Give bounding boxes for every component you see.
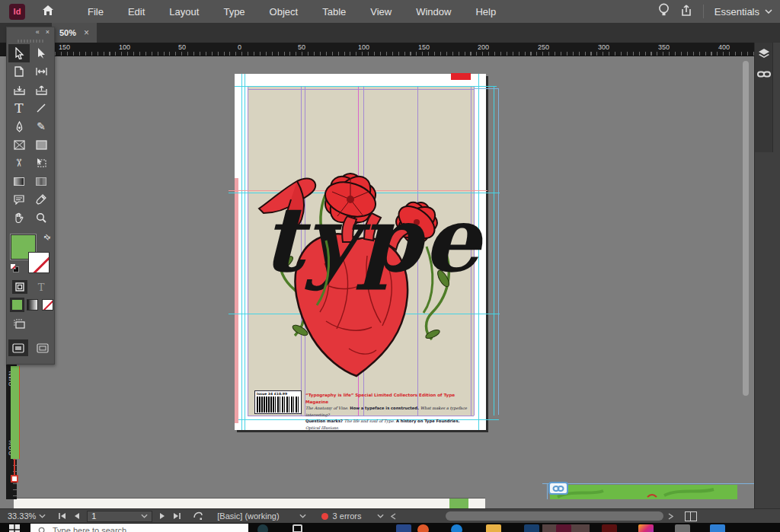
indesign-taskbar-icon[interactable] <box>556 524 571 532</box>
instagram-icon[interactable] <box>638 524 654 532</box>
gradient-feather-tool[interactable] <box>30 172 52 190</box>
barcode-block[interactable]: Issue 34 £10.99 <box>254 390 302 414</box>
menu-items: File Edit Layout Type Object Table View … <box>75 6 508 18</box>
default-fill-stroke-icon[interactable] <box>10 263 19 272</box>
taskbar-app-icon[interactable] <box>396 524 411 532</box>
type-tool[interactable]: T <box>8 99 30 117</box>
heart-flowers-illustration[interactable]: type <box>253 149 486 382</box>
illustrator-icon[interactable] <box>602 524 617 532</box>
swap-fill-stroke-icon[interactable]: ⇄ <box>42 232 53 243</box>
scroll-right-arrow[interactable] <box>668 513 673 520</box>
apply-color-button[interactable] <box>11 299 23 311</box>
scroll-left-arrow[interactable] <box>391 513 396 520</box>
gradient-swatch-tool[interactable] <box>8 172 30 190</box>
format-container-button[interactable] <box>12 280 27 294</box>
link-badge-icon[interactable] <box>548 482 568 495</box>
horizontal-scrollbar-thumb[interactable] <box>446 511 663 521</box>
mail-icon[interactable] <box>710 524 725 532</box>
zoom-level-value[interactable]: 33.33% <box>8 511 36 521</box>
gap-tool[interactable] <box>30 62 52 81</box>
preflight-profile-value[interactable]: [Basic] (working) <box>217 511 279 521</box>
apply-gradient-button[interactable] <box>27 299 38 311</box>
menu-file[interactable]: File <box>75 6 116 18</box>
tagline-line3: Question marks? The life and soul of Typ… <box>305 418 475 431</box>
selection-tool[interactable] <box>8 44 30 62</box>
apply-none-button[interactable] <box>42 299 53 311</box>
next-spread-top-edge[interactable] <box>14 498 485 508</box>
menu-type[interactable]: Type <box>211 6 257 18</box>
chevron-down-icon <box>299 514 306 518</box>
guide <box>248 86 248 416</box>
ruler-label: 150 <box>418 43 430 51</box>
ruler-label: 350 <box>658 43 670 51</box>
learn-bulb-icon[interactable] <box>658 3 670 20</box>
zoom-tool[interactable] <box>30 209 52 227</box>
page-number-field[interactable]: 1 <box>87 511 152 522</box>
next-page-button[interactable] <box>159 512 165 520</box>
direct-selection-tool[interactable] <box>30 44 52 62</box>
panel-close-icon[interactable]: × <box>46 28 50 37</box>
taskbar-app-icon[interactable] <box>675 524 690 532</box>
menu-edit[interactable]: Edit <box>116 6 157 18</box>
vertical-scrollbar[interactable] <box>743 61 749 396</box>
free-transform-tool[interactable] <box>30 154 52 172</box>
scissors-tool[interactable]: ✂ <box>10 152 28 174</box>
panel-collapse-icon[interactable]: « <box>36 28 40 37</box>
green-cover-object[interactable] <box>550 485 737 499</box>
hand-tool[interactable] <box>8 209 30 227</box>
pen-tool[interactable] <box>8 117 30 135</box>
firefox-icon[interactable] <box>417 524 429 532</box>
pencil-tool[interactable]: ✎ <box>30 117 52 135</box>
eyedropper-tool[interactable] <box>30 190 52 209</box>
selection-anchor-handle[interactable] <box>11 475 18 483</box>
preflight-menu-icon[interactable] <box>193 511 203 521</box>
rectangle-tool[interactable] <box>30 135 52 154</box>
document-tab[interactable]: 50% × <box>52 23 97 43</box>
cortana-icon[interactable] <box>257 524 268 532</box>
last-page-button[interactable] <box>173 512 181 520</box>
pink-bleed-object[interactable] <box>235 178 238 423</box>
error-count[interactable]: 3 errors <box>333 511 362 521</box>
tagline-red: “Typography is life” Special Limited Col… <box>305 392 475 405</box>
page-tool[interactable] <box>8 62 30 81</box>
menu-table[interactable]: Table <box>310 6 358 18</box>
taskbar-search-box[interactable]: Type here to search <box>30 524 248 532</box>
selected-green-object[interactable] <box>11 366 20 459</box>
menu-view[interactable]: View <box>358 6 404 18</box>
stroke-color-swatch[interactable] <box>28 252 50 273</box>
cover-taglines[interactable]: “Typography is life” Special Limited Col… <box>305 392 475 431</box>
view-options-icon[interactable] <box>13 318 54 332</box>
first-page-button[interactable] <box>58 512 66 520</box>
task-view-icon[interactable] <box>292 524 302 532</box>
indesign-app-icon[interactable]: Id <box>9 4 25 20</box>
layers-panel-icon[interactable] <box>757 47 771 61</box>
screen-mode-normal-button[interactable] <box>8 339 28 356</box>
share-icon[interactable] <box>680 4 692 20</box>
menu-object[interactable]: Object <box>257 6 311 18</box>
photoshop-icon[interactable] <box>524 524 539 532</box>
edge-icon[interactable] <box>451 524 462 532</box>
menu-window[interactable]: Window <box>404 6 463 18</box>
tools-panel: « × T ✎ ✂ ⇄ <box>6 27 55 365</box>
content-placer-tool[interactable] <box>30 81 52 99</box>
document-canvas[interactable]: type Issue 34 £10.99 “Typography is life… <box>0 56 754 499</box>
format-text-button[interactable]: T <box>34 280 49 294</box>
content-collector-tool[interactable] <box>8 81 30 99</box>
home-icon[interactable] <box>42 5 54 19</box>
previous-page-button[interactable] <box>74 512 80 520</box>
horizontal-ruler[interactable]: 150 100 50 0 50 100 150 200 250 300 350 … <box>0 43 754 56</box>
file-explorer-icon[interactable] <box>486 524 501 532</box>
frame-tool[interactable] <box>8 135 30 154</box>
windows-start-icon[interactable] <box>9 524 20 532</box>
screen-mode-preview-button[interactable] <box>33 339 53 356</box>
workspace-switcher[interactable]: Essentials <box>714 6 772 18</box>
spread-view-button[interactable] <box>685 511 697 521</box>
red-corner-swatch[interactable] <box>451 73 471 80</box>
menu-layout[interactable]: Layout <box>157 6 211 18</box>
links-panel-icon[interactable] <box>757 67 771 81</box>
tab-close-icon[interactable]: × <box>84 27 89 38</box>
line-tool[interactable] <box>30 99 52 117</box>
panel-grip[interactable] <box>18 40 43 43</box>
note-tool[interactable] <box>8 190 30 209</box>
menu-help[interactable]: Help <box>463 6 508 18</box>
